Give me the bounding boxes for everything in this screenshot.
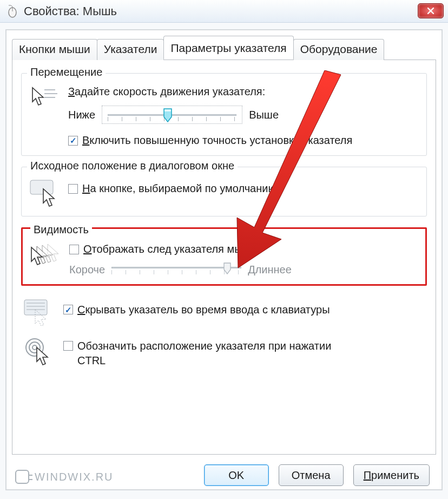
checkbox-hide-typing[interactable]: Скрывать указатель во время ввода с клав… xyxy=(63,304,330,316)
titlebar: Свойства: Мышь xyxy=(0,0,448,23)
apply-rest: рименить xyxy=(371,469,419,482)
checkbox-ctrl-locate[interactable]: Обозначить расположение указателя при на… xyxy=(63,339,331,368)
motion-prompt-text: адайте скорость движения указателя: xyxy=(75,86,265,97)
checkbox-icon xyxy=(63,341,73,351)
slider-low-label: Ниже xyxy=(68,109,95,121)
close-button[interactable] xyxy=(418,3,444,18)
group-motion-legend: Перемещение xyxy=(27,66,106,78)
trails-label-rest: тображать след указателя мыши xyxy=(92,243,257,255)
checkbox-snap-default[interactable]: На кнопке, выбираемой по умолчанию xyxy=(68,182,276,195)
slider-thumb-icon xyxy=(223,262,232,274)
speed-slider[interactable] xyxy=(102,106,242,124)
checkbox-icon xyxy=(63,305,73,314)
checkbox-show-trails[interactable]: Отображать след указателя мыши xyxy=(69,243,257,255)
tab-hardware[interactable]: Оборудование xyxy=(293,39,385,60)
snap-label-rest: а кнопке, выбираемой по умолчанию xyxy=(90,182,276,194)
svg-rect-5 xyxy=(30,180,53,194)
group-visibility-legend: Видимость xyxy=(30,224,92,236)
checkbox-icon xyxy=(68,184,78,194)
close-icon xyxy=(426,6,435,15)
snap-icon xyxy=(28,179,61,207)
tab-buttons[interactable]: Кнопки мыши xyxy=(12,39,97,60)
slider-thumb-icon xyxy=(163,108,173,122)
tabstrip: Кнопки мыши Указатели Параметры указател… xyxy=(6,30,442,60)
plug-icon xyxy=(15,470,29,484)
svg-rect-6 xyxy=(24,300,47,315)
cancel-button[interactable]: Отмена xyxy=(279,464,344,486)
ctrl-locate-icon xyxy=(23,337,56,366)
motion-icon xyxy=(28,86,61,111)
checkbox-icon xyxy=(68,136,78,146)
trails-icon xyxy=(29,243,62,270)
trails-slider[interactable] xyxy=(111,262,241,278)
svg-point-12 xyxy=(32,345,37,350)
group-motion: Перемещение З/*placeholder*/адайте скоро… xyxy=(21,73,427,156)
checkbox-enhance-precision[interactable]: Включить повышенную точность установки у… xyxy=(68,134,352,147)
group-visibility: Видимость Отображать след указ xyxy=(28,231,420,279)
ok-button[interactable]: OK xyxy=(204,464,269,486)
hide-label-rest: крывать указатель во время ввода с клави… xyxy=(85,304,330,316)
highlight-box: Видимость Отображать след указ xyxy=(21,227,427,286)
hide-typing-icon xyxy=(23,299,56,326)
group-snap: Исходное положение в диалоговом окне На … xyxy=(21,167,427,216)
window-title: Свойства: Мышь xyxy=(24,4,117,18)
dialog-frame: Кнопки мыши Указатели Параметры указател… xyxy=(5,29,443,490)
trails-long-label: Длиннее xyxy=(248,264,292,276)
watermark: WINDWIX.RU xyxy=(15,470,114,484)
mouse-icon xyxy=(5,4,19,18)
tab-body: Перемещение З/*placeholder*/адайте скоро… xyxy=(12,60,436,455)
trails-short-label: Короче xyxy=(69,264,105,276)
group-snap-legend: Исходное положение в диалоговом окне xyxy=(27,160,238,172)
enhance-label-rest: ключить повышенную точность установки ук… xyxy=(89,134,352,146)
tab-pointers[interactable]: Указатели xyxy=(97,39,164,60)
watermark-text: WINDWIX.RU xyxy=(35,471,114,483)
tab-pointer-options[interactable]: Параметры указателя xyxy=(163,36,293,60)
apply-button[interactable]: Применить xyxy=(353,464,430,486)
slider-high-label: Выше xyxy=(249,109,279,121)
motion-prompt: З/*placeholder*/адайте скорость движения… xyxy=(68,86,420,98)
checkbox-icon xyxy=(69,245,79,254)
